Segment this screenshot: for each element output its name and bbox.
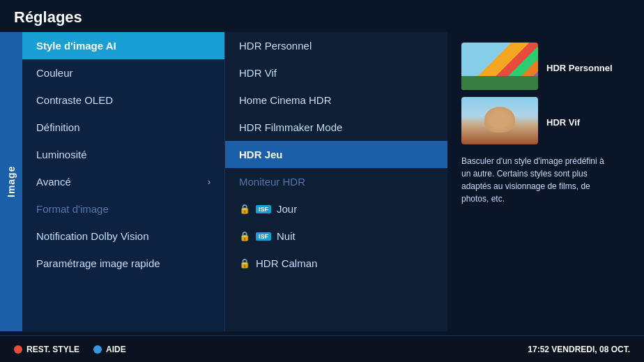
middle-menu: HDR Personnel HDR Vif Home Cinema HDR HD…: [224, 32, 447, 331]
lock-icon-jour: 🔒: [239, 204, 250, 214]
left-menu-item-format-image[interactable]: Format d'image: [22, 195, 224, 223]
middle-item-jour[interactable]: 🔒 ISF Jour: [225, 195, 447, 223]
thumbnail-hdr-vif: [461, 97, 538, 144]
left-menu: Style d'image AI Couleur Contraste OLED …: [22, 32, 224, 331]
rest-style-button[interactable]: REST. STYLE: [14, 345, 79, 354]
left-menu-item-couleur[interactable]: Couleur: [22, 59, 224, 86]
blue-dot-icon: [93, 345, 102, 354]
isf-badge-jour: ISF: [256, 205, 271, 213]
left-menu-item-style-image-ai[interactable]: Style d'image AI: [22, 32, 224, 59]
middle-item-hdr-personnel[interactable]: HDR Personnel: [225, 32, 447, 59]
preview-card-hdr-personnel: HDR Personnel: [461, 43, 630, 90]
footer-left: REST. STYLE AIDE: [14, 345, 126, 354]
side-tab-image: Image: [0, 32, 22, 331]
middle-item-moniteur-hdr[interactable]: Moniteur HDR: [225, 168, 447, 195]
right-panel: HDR Personnel HDR Vif Basculer d'un styl…: [447, 32, 644, 331]
left-menu-item-avance[interactable]: Avancé ›: [22, 168, 224, 195]
aide-button[interactable]: AIDE: [93, 345, 126, 354]
lock-icon-nuit: 🔒: [239, 231, 250, 241]
left-menu-item-parametrage-rapide[interactable]: Paramétrage image rapide: [22, 250, 224, 277]
isf-badge-nuit: ISF: [256, 232, 271, 241]
left-menu-item-notification-dolby[interactable]: Notification Dolby Vision: [22, 223, 224, 250]
left-menu-item-contraste-oled[interactable]: Contraste OLED: [22, 86, 224, 114]
chevron-right-icon: ›: [208, 177, 210, 187]
main-content: Image Style d'image AI Couleur Contraste…: [0, 32, 644, 331]
left-menu-item-definition[interactable]: Définition: [22, 114, 224, 141]
middle-item-nuit[interactable]: 🔒 ISF Nuit: [225, 223, 447, 250]
footer: REST. STYLE AIDE 17:52 VENDREDI, 08 OCT.: [0, 335, 644, 362]
thumbnail-hdr-personnel: [461, 43, 538, 90]
preview-label-hdr-vif: HDR Vif: [546, 114, 580, 128]
middle-item-hdr-vif[interactable]: HDR Vif: [225, 59, 447, 86]
middle-item-hdr-jeu[interactable]: HDR Jeu: [225, 141, 447, 168]
red-dot-icon: [14, 345, 22, 354]
preview-label-hdr-personnel: HDR Personnel: [546, 60, 613, 73]
middle-item-hdr-filmmaker[interactable]: HDR Filmmaker Mode: [225, 114, 447, 141]
middle-item-home-cinema-hdr[interactable]: Home Cinema HDR: [225, 86, 447, 114]
left-menu-item-luminosite[interactable]: Luminosité: [22, 141, 224, 168]
lock-icon-calman: 🔒: [239, 258, 250, 269]
description-text: Basculer d'un style d'image prédéfini à …: [461, 155, 615, 205]
page-title: Réglages: [0, 0, 644, 32]
middle-item-hdr-calman[interactable]: 🔒 HDR Calman: [225, 250, 447, 277]
footer-time: 17:52 VENDREDI, 08 OCT.: [528, 345, 630, 354]
preview-card-hdr-vif: HDR Vif: [461, 97, 630, 144]
